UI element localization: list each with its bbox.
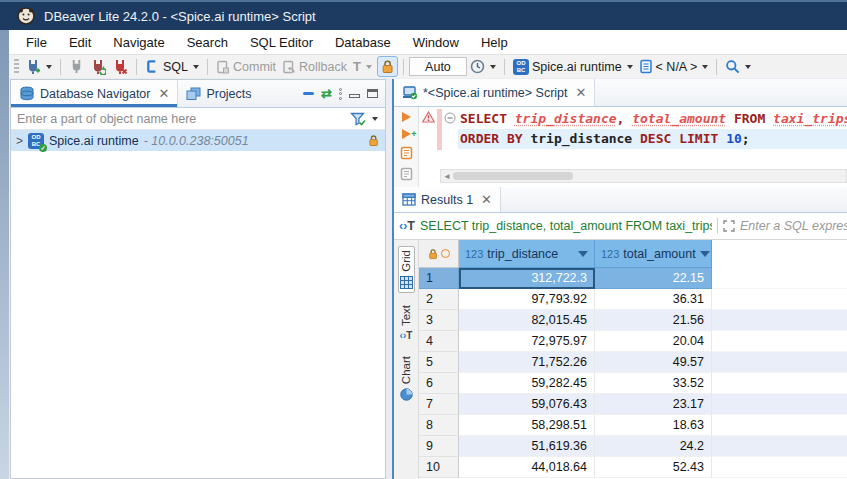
grid-corner-cell[interactable] xyxy=(419,240,459,268)
scrollbar-thumb[interactable] xyxy=(453,172,573,180)
editor-horizontal-scrollbar[interactable]: ◄ xyxy=(440,169,847,183)
execute-in-new-tab-button[interactable]: + xyxy=(402,129,411,139)
expand-icon[interactable] xyxy=(723,220,735,232)
value-cell[interactable]: 51,619.36 xyxy=(459,436,595,457)
connect-button[interactable] xyxy=(66,57,87,77)
value-cell[interactable]: 59,282.45 xyxy=(459,373,595,394)
menu-navigate[interactable]: Navigate xyxy=(102,30,175,54)
menu-help[interactable]: Help xyxy=(470,30,519,54)
value-cell[interactable]: 22.15 xyxy=(595,268,712,289)
value-cell[interactable]: 44,018.64 xyxy=(459,457,595,478)
value-cell[interactable]: 52.43 xyxy=(595,457,712,478)
script-button[interactable] xyxy=(400,167,413,181)
menu-edit[interactable]: Edit xyxy=(58,30,102,54)
close-icon[interactable]: ✕ xyxy=(576,86,587,99)
search-button[interactable] xyxy=(722,57,754,77)
execute-statement-button[interactable] xyxy=(402,112,411,122)
table-row[interactable]: 472,975.9720.04 xyxy=(419,331,847,352)
value-cell[interactable]: 49.57 xyxy=(595,352,712,373)
commit-button[interactable]: Commit xyxy=(213,57,279,77)
autocommit-lock-toggle[interactable] xyxy=(377,56,398,77)
sort-filter-icon[interactable] xyxy=(578,251,588,257)
table-row[interactable]: 759,076.4323.17 xyxy=(419,394,847,415)
collapse-all-icon[interactable] xyxy=(303,92,314,95)
rollback-button[interactable]: Rollback xyxy=(279,57,350,77)
connection-selector[interactable]: ODBC Spice.ai runtime xyxy=(510,57,636,77)
row-number-cell[interactable]: 3 xyxy=(419,310,459,331)
tab-database-navigator[interactable]: Database Navigator ✕ xyxy=(11,80,178,107)
value-cell[interactable]: 82,015.45 xyxy=(459,310,595,331)
maximize-view-button[interactable] xyxy=(367,89,378,98)
minimize-view-button[interactable] xyxy=(349,94,360,98)
commit-mode-select[interactable]: Auto xyxy=(409,57,467,76)
row-number-cell[interactable]: 4 xyxy=(419,331,459,352)
table-row[interactable]: 1044,018.6452.43 xyxy=(419,457,847,478)
row-number-cell[interactable]: 10 xyxy=(419,457,459,478)
menu-window[interactable]: Window xyxy=(402,30,470,54)
row-number-cell[interactable]: 8 xyxy=(419,415,459,436)
value-cell[interactable]: 24.2 xyxy=(595,436,712,457)
new-connection-button[interactable] xyxy=(22,57,55,77)
close-icon[interactable]: ✕ xyxy=(158,87,169,100)
scroll-left-icon[interactable]: ◄ xyxy=(441,172,453,181)
filter-settings[interactable] xyxy=(350,112,385,126)
column-header-trip-distance[interactable]: 123 trip_distance xyxy=(459,240,595,268)
tab-chart-view[interactable]: Chart xyxy=(399,353,414,404)
execute-script-button[interactable] xyxy=(400,146,413,160)
value-cell[interactable]: 312,722.3 xyxy=(459,268,595,289)
view-menu-icon[interactable] xyxy=(339,88,342,100)
table-row[interactable]: 297,793.9236.31 xyxy=(419,289,847,310)
close-icon[interactable]: ✕ xyxy=(481,193,492,206)
column-header-total-amount[interactable]: 123 total_amount xyxy=(595,240,712,268)
value-cell[interactable]: 59,076.43 xyxy=(459,394,595,415)
row-number-cell[interactable]: 1 xyxy=(419,268,459,289)
code-line[interactable]: SELECT trip_distance, total_amount FROM … xyxy=(458,109,847,129)
table-row[interactable]: 951,619.3624.2 xyxy=(419,436,847,457)
table-row[interactable]: 659,282.4533.52 xyxy=(419,373,847,394)
object-filter-input[interactable] xyxy=(11,112,350,126)
value-cell[interactable]: 71,752.26 xyxy=(459,352,595,373)
sql-editor-button[interactable]: SQL xyxy=(142,57,202,77)
link-editor-icon[interactable]: ⇄ xyxy=(321,87,332,100)
row-number-cell[interactable]: 2 xyxy=(419,289,459,310)
value-cell[interactable]: 21.56 xyxy=(595,310,712,331)
table-row[interactable]: 1312,722.322.15 xyxy=(419,268,847,289)
connection-tree-item[interactable]: > ODBC✓ Spice.ai runtime - 10.0.0.238:50… xyxy=(11,130,385,151)
tab-projects[interactable]: Projects xyxy=(178,80,259,107)
value-cell[interactable]: 18.63 xyxy=(595,415,712,436)
tab-sql-script[interactable]: *<Spice.ai runtime> Script ✕ xyxy=(394,79,595,106)
toolbar-drag-handle[interactable] xyxy=(14,59,19,75)
transaction-mode-button[interactable]: T xyxy=(350,57,375,77)
value-cell[interactable]: 97,793.92 xyxy=(459,289,595,310)
transaction-log-button[interactable] xyxy=(467,57,499,77)
tab-results-1[interactable]: Results 1 ✕ xyxy=(394,187,501,212)
numeric-type-icon: 123 xyxy=(465,248,483,260)
tab-text-view[interactable]: Text ‹›T xyxy=(399,302,414,344)
table-row[interactable]: 571,752.2649.57 xyxy=(419,352,847,373)
value-cell[interactable]: 23.17 xyxy=(595,394,712,415)
menu-search[interactable]: Search xyxy=(176,30,239,54)
menu-file[interactable]: File xyxy=(15,30,58,54)
collapse-icon[interactable] xyxy=(444,112,456,124)
row-number-cell[interactable]: 9 xyxy=(419,436,459,457)
value-cell[interactable]: 72,975.97 xyxy=(459,331,595,352)
expression-filter-placeholder[interactable]: Enter a SQL expression to xyxy=(740,219,847,233)
menu-sql-editor[interactable]: SQL Editor xyxy=(239,30,324,54)
tab-grid-view[interactable]: Grid xyxy=(398,246,415,293)
disconnect-button[interactable] xyxy=(109,57,131,77)
value-cell[interactable]: 33.52 xyxy=(595,373,712,394)
value-cell[interactable]: 36.31 xyxy=(595,289,712,310)
value-cell[interactable]: 20.04 xyxy=(595,331,712,352)
row-number-cell[interactable]: 6 xyxy=(419,373,459,394)
row-number-cell[interactable]: 7 xyxy=(419,394,459,415)
value-cell[interactable]: 58,298.51 xyxy=(459,415,595,436)
chevron-right-icon[interactable]: > xyxy=(16,134,23,148)
menu-database[interactable]: Database xyxy=(324,30,402,54)
table-row[interactable]: 382,015.4521.56 xyxy=(419,310,847,331)
table-row[interactable]: 858,298.5118.63 xyxy=(419,415,847,436)
sort-filter-icon[interactable] xyxy=(700,251,710,257)
reconnect-button[interactable] xyxy=(87,57,109,77)
row-number-cell[interactable]: 5 xyxy=(419,352,459,373)
code-line[interactable]: ORDER BY trip_distance DESC LIMIT 10; xyxy=(458,129,847,149)
database-selector[interactable]: < N/A > xyxy=(636,57,712,77)
